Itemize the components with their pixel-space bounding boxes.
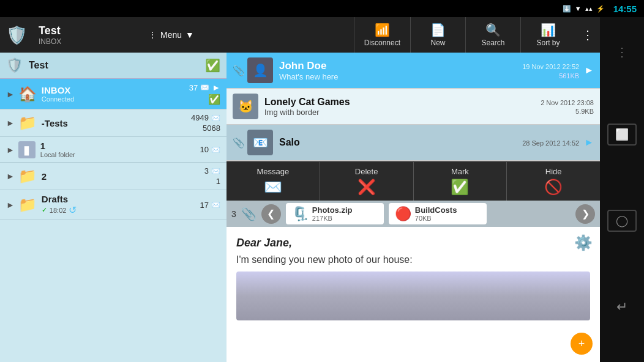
attachment-next-button[interactable]: ❯: [575, 204, 595, 224]
inbox-envelope-icon: ✉️: [200, 83, 209, 92]
folder2-right: 3 ✉️ 1: [204, 166, 220, 186]
john-doe-date: 19 Nov 2012 22:52: [522, 63, 579, 70]
android-back-button[interactable]: ↵: [607, 296, 637, 318]
disconnect-icon: 📶: [375, 23, 390, 37]
sort-label: Sort by: [536, 39, 560, 47]
buildcosts-size: 70KB: [415, 215, 457, 222]
inbox-check-icon: ✅: [208, 94, 220, 105]
android-home-icon: ◯: [616, 214, 628, 227]
account-check-icon: ✅: [205, 58, 220, 73]
mark-action-button[interactable]: Mark ✅: [414, 162, 507, 201]
lonely-cat-content: Lonely Cat Games 2 Nov 2012 23:08 Img wi…: [264, 97, 594, 117]
inbox-folder-info: INBOX Connected: [42, 85, 189, 103]
delete-action-button[interactable]: Delete ❌: [320, 162, 414, 201]
photos-zip-icon: 🗜️: [292, 206, 309, 222]
tests-count2: 5068: [203, 124, 220, 133]
compose-fab-button[interactable]: +: [571, 333, 593, 355]
folder2-icon: 📁: [18, 168, 37, 185]
signal-icon: ▴▴: [585, 5, 593, 13]
disconnect-button[interactable]: 📶 Disconnect: [354, 17, 410, 53]
attachment-prev-button[interactable]: ❮: [261, 204, 281, 224]
tests-envelope-icon: ✉️: [211, 114, 220, 122]
attachment-item-photos[interactable]: 🗜️ Photos.zip 217KB: [286, 203, 384, 224]
folder-item-tests[interactable]: ► 📁 -Tests 4949 ✉️ 5068: [0, 109, 227, 137]
folder-item-1[interactable]: ► ▮ 1 Local folder 10 ✉️: [0, 137, 227, 163]
menu-dots-icon: ⋮: [148, 30, 157, 40]
photos-zip-info: Photos.zip 217KB: [312, 205, 353, 222]
drafts-expand-icon: ►: [6, 200, 15, 210]
disconnect-label: Disconnect: [364, 39, 400, 47]
more-options-button[interactable]: ⋮: [575, 17, 600, 53]
email-item-salo[interactable]: 📎 📧 Salo 28 Sep 2012 14:52 ►: [227, 125, 600, 161]
email-greeting: Dear Jane,: [236, 237, 590, 249]
search-button[interactable]: 🔍 Search: [465, 17, 520, 53]
folder2-info: 2: [42, 171, 204, 182]
content-panel: 📎 👤 John Doe 19 Nov 2012 22:52 What's ne…: [227, 53, 600, 362]
settings-icon[interactable]: ⚙️: [574, 234, 593, 251]
menu-arrow-icon: ▼: [185, 30, 194, 40]
attachment-count: 3: [231, 209, 236, 219]
john-doe-size: 561KB: [559, 72, 579, 81]
search-label: Search: [481, 39, 504, 47]
inbox-folder-right: 37 ✉️ ► ✅: [189, 83, 220, 105]
lonely-cat-header: Lonely Cat Games 2 Nov 2012 23:08: [264, 97, 594, 108]
android-home-button[interactable]: ◯: [607, 210, 637, 232]
account-shield-icon: 🛡️: [6, 57, 23, 73]
app-logo: 🛡️: [0, 17, 34, 53]
folder1-envelope-icon: ✉️: [211, 146, 220, 154]
search-icon: 🔍: [485, 23, 501, 37]
tests-folder-right: 4949 ✉️ 5068: [191, 113, 220, 133]
expand-arrow-icon: ►: [6, 89, 15, 99]
tests-folder-name: -Tests: [42, 118, 191, 128]
folder-item-inbox[interactable]: ► 🏠 INBOX Connected 37 ✉️ ► ✅: [0, 79, 227, 109]
android-window-button[interactable]: ⬜: [607, 124, 637, 146]
folder1-status: Local folder: [40, 151, 200, 158]
lonely-cat-preview: Img with border: [264, 108, 320, 117]
folder1-count: 10: [200, 145, 209, 154]
email-item-lonely-cat[interactable]: 🐱 Lonely Cat Games 2 Nov 2012 23:08 Img …: [227, 89, 600, 125]
tests-count1: 4949: [191, 113, 209, 122]
salo-content: Salo 28 Sep 2012 14:52: [279, 137, 579, 148]
attachment-item-buildcosts[interactable]: 🔴 BuildCosts 70KB: [389, 203, 487, 224]
mark-action-icon: ✅: [451, 179, 469, 196]
buildcosts-name: BuildCosts: [415, 205, 457, 215]
status-time: 14:55: [613, 4, 637, 14]
drafts-folder-right: 17 ✉️: [200, 201, 220, 210]
email-item-john-doe[interactable]: 📎 👤 John Doe 19 Nov 2012 22:52 What's ne…: [227, 53, 600, 89]
account-item[interactable]: 🛡️ Test ✅: [0, 53, 227, 79]
compose-fab-icon: +: [578, 338, 585, 350]
photos-zip-size: 217KB: [312, 215, 353, 222]
salo-date: 28 Sep 2012 14:52: [522, 139, 579, 147]
sort-button[interactable]: 📊 Sort by: [520, 17, 575, 53]
attachment-bar: 3 📎 ❮ 🗜️ Photos.zip 217KB 🔴 BuildCosts 7…: [227, 201, 600, 227]
app-title: Test: [39, 24, 136, 37]
mark-action-label: Mark: [451, 167, 469, 176]
menu-button[interactable]: ⋮ Menu ▼: [141, 17, 201, 53]
folder1-right: 10 ✉️: [200, 145, 220, 154]
folder-item-2[interactable]: ► 📁 2 3 ✉️ 1: [0, 163, 227, 190]
email-image: [236, 272, 590, 320]
inbox-count: 37: [189, 83, 198, 92]
new-button[interactable]: 📄 New: [410, 17, 465, 53]
email-avatar-salo: 📧: [247, 130, 273, 155]
inbox-folder-name: INBOX: [42, 85, 189, 95]
photos-zip-name: Photos.zip: [312, 205, 353, 215]
folder-item-drafts[interactable]: ► 📁 Drafts ✓ 18:02 ↺ 17 ✉️: [0, 190, 227, 220]
salo-header: Salo 28 Sep 2012 14:52: [279, 137, 579, 148]
bluetooth-icon: ⬇️: [563, 5, 571, 13]
message-action-button[interactable]: Message ✉️: [227, 162, 320, 201]
john-doe-header: John Doe 19 Nov 2012 22:52: [279, 60, 579, 72]
app-title-area: Test INBOX: [34, 24, 141, 46]
email-avatar-lonely-cat: 🐱: [233, 94, 258, 119]
drafts-count: 17: [200, 201, 209, 210]
drafts-folder-status: ✓ 18:02 ↺: [42, 204, 200, 216]
hide-action-button[interactable]: Hide 🚫: [507, 162, 600, 201]
drafts-folder-info: Drafts ✓ 18:02 ↺: [42, 194, 200, 216]
tests-folder-icon: 📁: [18, 114, 37, 131]
menu-label: Menu: [160, 30, 182, 40]
hide-action-icon: 🚫: [544, 179, 563, 196]
drafts-envelope-icon: ✉️: [211, 201, 220, 209]
hide-action-label: Hide: [545, 167, 562, 176]
salo-attachment-icon: 📎: [233, 137, 245, 149]
john-doe-sender: John Doe: [279, 60, 326, 72]
